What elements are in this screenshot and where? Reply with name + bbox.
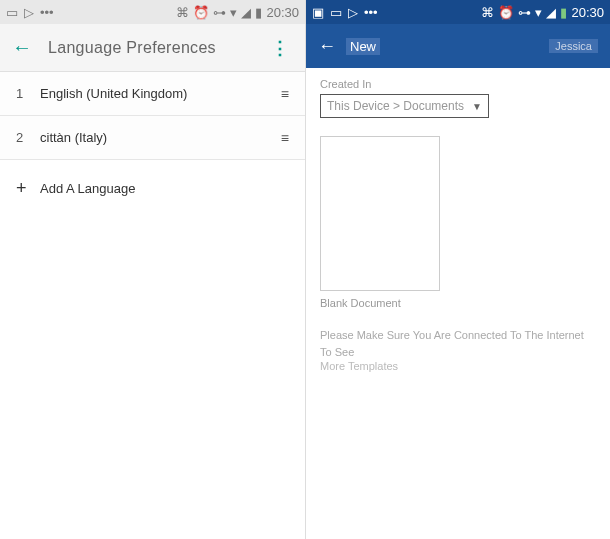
- language-index: 2: [16, 130, 40, 145]
- more-templates-label: More Templates: [320, 360, 596, 372]
- new-document-panel: Created In This Device > Documents ▼ Bla…: [306, 68, 610, 382]
- back-arrow-icon[interactable]: ←: [12, 36, 32, 59]
- add-language-label: Add A Language: [40, 181, 135, 196]
- appbar-right: ← New Jessica: [306, 24, 610, 68]
- dots-icon: •••: [40, 5, 54, 20]
- blank-document-label: Blank Document: [320, 297, 596, 309]
- play-icon: ▷: [24, 5, 34, 20]
- chevron-down-icon: ▼: [472, 101, 482, 112]
- plus-icon: +: [16, 178, 40, 199]
- drag-handle-icon[interactable]: ≡: [281, 92, 289, 96]
- image-icon: ▣: [312, 5, 324, 20]
- location-dropdown[interactable]: This Device > Documents ▼: [320, 94, 489, 118]
- language-name: cittàn (Italy): [40, 130, 281, 145]
- bluetooth-icon: ⌘: [481, 5, 494, 20]
- alarm-icon: ⏰: [498, 5, 514, 20]
- phone-right: ▣ ▭ ▷ ••• ⌘ ⏰ ⊶ ▾ ◢ ▮ 20:30 ← New Jessic…: [305, 0, 610, 539]
- dots-icon: •••: [364, 5, 378, 20]
- drag-handle-icon[interactable]: ≡: [281, 136, 289, 140]
- page-title: Language Preferences: [48, 39, 267, 57]
- bluetooth-icon: ⌘: [176, 5, 189, 20]
- language-list: 1 English (United Kingdom) ≡ 2 cittàn (I…: [0, 72, 305, 217]
- play-icon: ▷: [348, 5, 358, 20]
- key-icon: ⊶: [213, 5, 226, 20]
- battery-icon: ▮: [560, 5, 567, 20]
- alarm-icon: ⏰: [193, 5, 209, 20]
- key-icon: ⊶: [518, 5, 531, 20]
- new-label: New: [346, 38, 380, 55]
- signal-icon: ◢: [546, 5, 556, 20]
- language-index: 1: [16, 86, 40, 101]
- statusbar-time: 20:30: [266, 5, 299, 20]
- phone-left: ▭ ▷ ••• ⌘ ⏰ ⊶ ▾ ◢ ▮ 20:30 ← Language Pre…: [0, 0, 305, 539]
- language-name: English (United Kingdom): [40, 86, 281, 101]
- laptop-icon: ▭: [6, 5, 18, 20]
- blank-document-preview[interactable]: [320, 136, 440, 291]
- language-row[interactable]: 1 English (United Kingdom) ≡: [0, 72, 305, 116]
- internet-message: Please Make Sure You Are Connected To Th…: [320, 327, 596, 360]
- laptop-icon: ▭: [330, 5, 342, 20]
- wifi-icon: ▾: [535, 5, 542, 20]
- statusbar-right: ▣ ▭ ▷ ••• ⌘ ⏰ ⊶ ▾ ◢ ▮ 20:30: [306, 0, 610, 24]
- dropdown-value: This Device > Documents: [327, 99, 464, 113]
- appbar-left: ← Language Preferences ⋮: [0, 24, 305, 72]
- statusbar-time: 20:30: [571, 5, 604, 20]
- statusbar-left: ▭ ▷ ••• ⌘ ⏰ ⊶ ▾ ◢ ▮ 20:30: [0, 0, 305, 24]
- back-arrow-icon[interactable]: ←: [318, 36, 336, 57]
- created-in-label: Created In: [320, 78, 596, 90]
- add-language-row[interactable]: + Add A Language: [0, 160, 305, 217]
- user-label[interactable]: Jessica: [549, 39, 598, 53]
- overflow-menu-icon[interactable]: ⋮: [267, 37, 293, 59]
- signal-icon: ◢: [241, 5, 251, 20]
- wifi-icon: ▾: [230, 5, 237, 20]
- language-row[interactable]: 2 cittàn (Italy) ≡: [0, 116, 305, 160]
- battery-icon: ▮: [255, 5, 262, 20]
